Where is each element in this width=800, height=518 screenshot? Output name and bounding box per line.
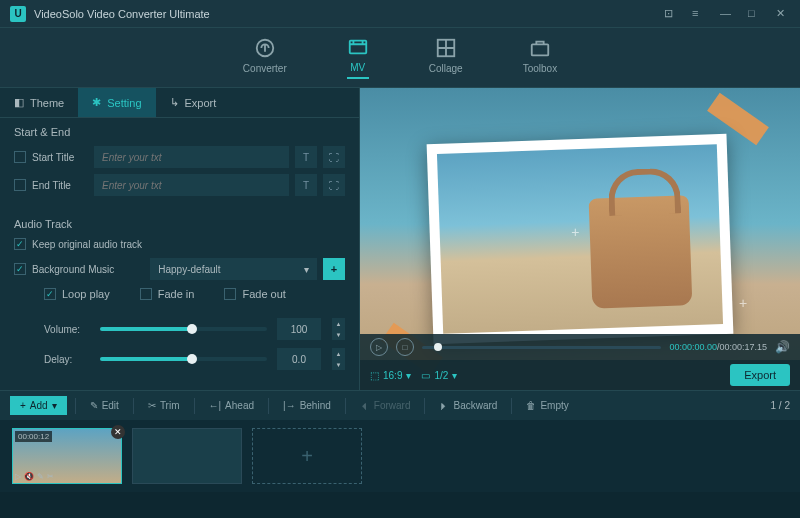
stop-button[interactable]: □ <box>396 338 414 356</box>
close-icon[interactable]: ✕ <box>776 7 790 21</box>
end-title-label: End Title <box>32 180 88 191</box>
clip-thumbnail[interactable] <box>132 428 242 484</box>
aspect-select[interactable]: ⬚16:9▾ <box>370 370 411 381</box>
clip-duration: 00:00:12 <box>15 431 52 442</box>
volume-value: 100 <box>277 318 321 340</box>
empty-button[interactable]: 🗑 Empty <box>520 396 574 415</box>
keep-original-checkbox[interactable] <box>14 238 26 250</box>
fadeout-checkbox[interactable] <box>224 288 236 300</box>
bg-music-select[interactable]: Happy-default ▾ <box>150 258 317 280</box>
anchor-icon[interactable]: + <box>571 224 579 240</box>
tab-setting[interactable]: ✱ Setting <box>78 88 155 117</box>
add-button[interactable]: + Add ▾ <box>10 396 67 415</box>
toolbox-icon <box>529 37 551 59</box>
nav-converter[interactable]: Converter <box>243 37 287 78</box>
palette-icon: ◧ <box>14 96 24 109</box>
timeline-scrubber[interactable] <box>422 346 661 349</box>
fadein-checkbox[interactable] <box>140 288 152 300</box>
delay-slider[interactable] <box>100 357 267 361</box>
delay-down[interactable]: ▼ <box>331 359 345 370</box>
volume-down[interactable]: ▼ <box>331 329 345 340</box>
loop-checkbox[interactable] <box>44 288 56 300</box>
forward-button[interactable]: ⏴ Forward <box>354 396 417 415</box>
export-button[interactable]: Export <box>730 364 790 386</box>
end-title-input[interactable] <box>94 174 289 196</box>
start-expand-button[interactable]: ⛶ <box>323 146 345 168</box>
mv-icon <box>347 36 369 58</box>
time-display: 00:00:00.00/00:00:17.15 <box>669 342 767 352</box>
delay-value: 0.0 <box>277 348 321 370</box>
chevron-down-icon: ▾ <box>304 264 309 275</box>
end-expand-button[interactable]: ⛶ <box>323 174 345 196</box>
delete-clip-button[interactable]: ✕ <box>111 425 125 439</box>
maximize-icon[interactable]: □ <box>748 7 762 21</box>
backward-button[interactable]: ⏵ Backward <box>433 396 503 415</box>
startend-header: Start & End <box>14 126 345 138</box>
photo-frame <box>427 134 734 344</box>
converter-icon <box>254 37 276 59</box>
edit-button[interactable]: ✎ Edit <box>84 396 125 415</box>
volume-label: Volume: <box>44 324 90 335</box>
collage-icon <box>435 37 457 59</box>
app-title: VideoSolo Video Converter Ultimate <box>34 8 664 20</box>
end-title-checkbox[interactable] <box>14 179 26 191</box>
page-indicator: 1 / 2 <box>771 400 790 411</box>
export-icon: ↳ <box>170 96 179 109</box>
behind-button[interactable]: |→ Behind <box>277 396 337 415</box>
page-select[interactable]: ▭1/2▾ <box>421 370 457 381</box>
gear-icon: ✱ <box>92 96 101 109</box>
volume-up[interactable]: ▲ <box>331 318 345 329</box>
tab-export[interactable]: ↳ Export <box>156 88 231 117</box>
minimize-icon[interactable]: — <box>720 7 734 21</box>
start-title-label: Start Title <box>32 152 88 163</box>
add-music-button[interactable]: + <box>323 258 345 280</box>
start-title-checkbox[interactable] <box>14 151 26 163</box>
tab-theme[interactable]: ◧ Theme <box>0 88 78 117</box>
delay-label: Delay: <box>44 354 90 365</box>
app-logo: U <box>10 6 26 22</box>
nav-collage[interactable]: Collage <box>429 37 463 78</box>
play-button[interactable]: ▷ <box>370 338 388 356</box>
end-font-button[interactable]: T <box>295 174 317 196</box>
svg-rect-3 <box>532 44 549 55</box>
volume-slider[interactable] <box>100 327 267 331</box>
ahead-button[interactable]: ←| Ahead <box>203 396 261 415</box>
start-title-input[interactable] <box>94 146 289 168</box>
svg-rect-1 <box>350 41 367 54</box>
nav-mv[interactable]: MV <box>347 36 369 79</box>
anchor-icon[interactable]: + <box>739 295 747 311</box>
nav-toolbox[interactable]: Toolbox <box>523 37 557 78</box>
clip-thumbnail[interactable]: 00:00:12 ✕ ▷🔇✎✂ <box>12 428 122 484</box>
menu-icon[interactable]: ≡ <box>692 7 706 21</box>
audio-header: Audio Track <box>14 218 345 230</box>
preview-panel: + + ▷ □ 00:00:00.00/00:00:17.15 🔊 ⬚16:9▾… <box>360 88 800 390</box>
bg-music-checkbox[interactable] <box>14 263 26 275</box>
start-font-button[interactable]: T <box>295 146 317 168</box>
delay-up[interactable]: ▲ <box>331 348 345 359</box>
add-clip-button[interactable]: + <box>252 428 362 484</box>
volume-icon[interactable]: 🔊 <box>775 340 790 354</box>
feedback-icon[interactable]: ⊡ <box>664 7 678 21</box>
trim-button[interactable]: ✂ Trim <box>142 396 186 415</box>
